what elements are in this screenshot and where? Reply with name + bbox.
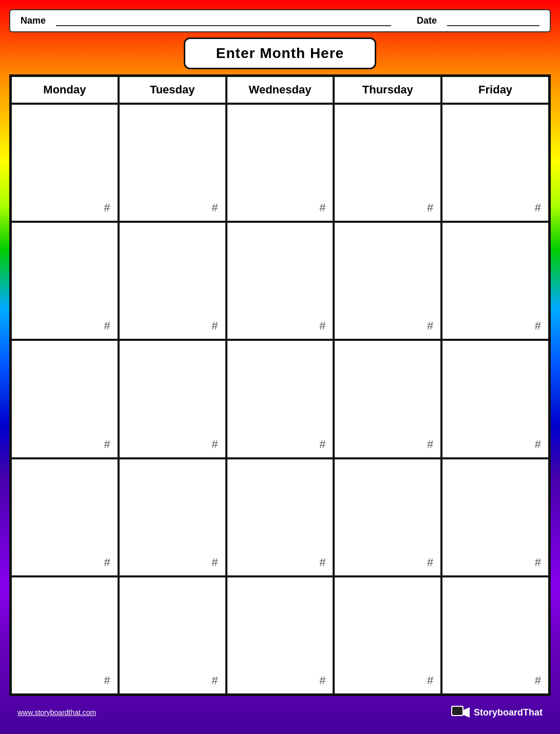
cell-content bbox=[231, 227, 329, 317]
cell-row1-fri[interactable]: # bbox=[441, 104, 549, 222]
cell-number: # bbox=[316, 436, 329, 453]
cell-number: # bbox=[208, 554, 221, 571]
cell-row4-fri[interactable]: # bbox=[441, 458, 549, 576]
month-title-row: Enter Month Here bbox=[9, 37, 551, 69]
cell-content bbox=[447, 582, 544, 672]
cell-number: # bbox=[532, 436, 544, 453]
cell-number: # bbox=[424, 554, 436, 571]
day-header-wednesday: Wednesday bbox=[226, 76, 334, 104]
cell-row1-tue[interactable]: # bbox=[119, 104, 226, 222]
cell-row4-wed[interactable]: # bbox=[226, 458, 334, 576]
cell-content bbox=[16, 345, 113, 435]
cell-row3-tue[interactable]: # bbox=[119, 340, 226, 458]
cell-content bbox=[447, 109, 544, 199]
cell-row3-wed[interactable]: # bbox=[226, 340, 334, 458]
cell-number: # bbox=[424, 436, 436, 453]
cell-content bbox=[124, 109, 221, 199]
cell-content bbox=[231, 345, 329, 435]
cell-content bbox=[447, 463, 544, 554]
cell-content bbox=[16, 582, 113, 672]
cell-number: # bbox=[101, 554, 113, 571]
cell-content bbox=[339, 345, 436, 435]
cell-number: # bbox=[208, 436, 221, 453]
cell-content bbox=[231, 463, 329, 554]
cell-number: # bbox=[532, 199, 544, 217]
cell-content bbox=[339, 227, 436, 317]
cell-row5-mon[interactable]: # bbox=[11, 576, 119, 694]
cell-content bbox=[16, 463, 113, 554]
svg-rect-1 bbox=[452, 707, 462, 715]
cell-number: # bbox=[424, 317, 436, 335]
cell-content bbox=[447, 227, 544, 317]
header-section: Name Date Enter Month Here bbox=[9, 9, 551, 69]
cell-number: # bbox=[101, 317, 113, 335]
cell-row2-mon[interactable]: # bbox=[11, 222, 119, 340]
cell-number: # bbox=[101, 436, 113, 453]
cell-row2-thu[interactable]: # bbox=[334, 222, 441, 340]
cell-number: # bbox=[424, 672, 436, 689]
month-title-box[interactable]: Enter Month Here bbox=[184, 37, 376, 69]
svg-marker-2 bbox=[464, 707, 470, 718]
cell-row4-mon[interactable]: # bbox=[11, 458, 119, 576]
cell-number: # bbox=[208, 199, 221, 217]
cell-content bbox=[124, 227, 221, 317]
cell-row3-fri[interactable]: # bbox=[441, 340, 549, 458]
cell-number: # bbox=[424, 199, 436, 217]
cell-number: # bbox=[316, 554, 329, 571]
cell-row2-wed[interactable]: # bbox=[226, 222, 334, 340]
cell-row1-thu[interactable]: # bbox=[334, 104, 441, 222]
cell-content bbox=[16, 227, 113, 317]
day-header-tuesday: Tuesday bbox=[119, 76, 226, 104]
cell-row2-fri[interactable]: # bbox=[441, 222, 549, 340]
cell-number: # bbox=[532, 317, 544, 335]
day-header-thursday: Thursday bbox=[334, 76, 441, 104]
cell-row5-thu[interactable]: # bbox=[334, 576, 441, 694]
cell-content bbox=[447, 345, 544, 435]
cell-content bbox=[231, 582, 329, 672]
cell-content bbox=[124, 463, 221, 554]
cell-row1-mon[interactable]: # bbox=[11, 104, 119, 222]
cell-row2-tue[interactable]: # bbox=[119, 222, 226, 340]
cell-row4-tue[interactable]: # bbox=[119, 458, 226, 576]
calendar-grid: Monday Tuesday Wednesday Thursday Friday… bbox=[9, 74, 551, 696]
cell-number: # bbox=[316, 672, 329, 689]
name-label: Name bbox=[21, 15, 46, 26]
day-header-monday: Monday bbox=[11, 76, 119, 104]
cell-content bbox=[16, 109, 113, 199]
cell-row5-fri[interactable]: # bbox=[441, 576, 549, 694]
cell-content bbox=[124, 582, 221, 672]
cell-row3-mon[interactable]: # bbox=[11, 340, 119, 458]
day-header-friday: Friday bbox=[441, 76, 549, 104]
cell-number: # bbox=[101, 672, 113, 689]
cell-content bbox=[339, 463, 436, 554]
footer-bar: www.storyboardthat.com StoryboardThat bbox=[9, 700, 551, 725]
footer-url[interactable]: www.storyboardthat.com bbox=[17, 708, 96, 717]
name-line bbox=[56, 16, 391, 26]
cell-content bbox=[124, 345, 221, 435]
cell-row3-thu[interactable]: # bbox=[334, 340, 441, 458]
cell-content bbox=[231, 109, 329, 199]
name-date-row: Name Date bbox=[9, 9, 551, 32]
cell-number: # bbox=[208, 672, 221, 689]
footer-logo: StoryboardThat bbox=[451, 705, 543, 720]
cell-number: # bbox=[208, 317, 221, 335]
cell-row1-wed[interactable]: # bbox=[226, 104, 334, 222]
cell-number: # bbox=[316, 199, 329, 217]
storyboard-icon bbox=[451, 705, 470, 720]
cell-row4-thu[interactable]: # bbox=[334, 458, 441, 576]
date-line bbox=[447, 16, 539, 26]
cell-content bbox=[339, 109, 436, 199]
cell-number: # bbox=[532, 672, 544, 689]
cell-row5-wed[interactable]: # bbox=[226, 576, 334, 694]
cell-content bbox=[339, 582, 436, 672]
cell-number: # bbox=[532, 554, 544, 571]
page-wrapper: Name Date Enter Month Here Monday Tuesda… bbox=[0, 0, 560, 734]
cell-number: # bbox=[101, 199, 113, 217]
cell-number: # bbox=[316, 317, 329, 335]
date-label: Date bbox=[417, 15, 437, 26]
cell-row5-tue[interactable]: # bbox=[119, 576, 226, 694]
footer-logo-text: StoryboardThat bbox=[474, 707, 543, 718]
